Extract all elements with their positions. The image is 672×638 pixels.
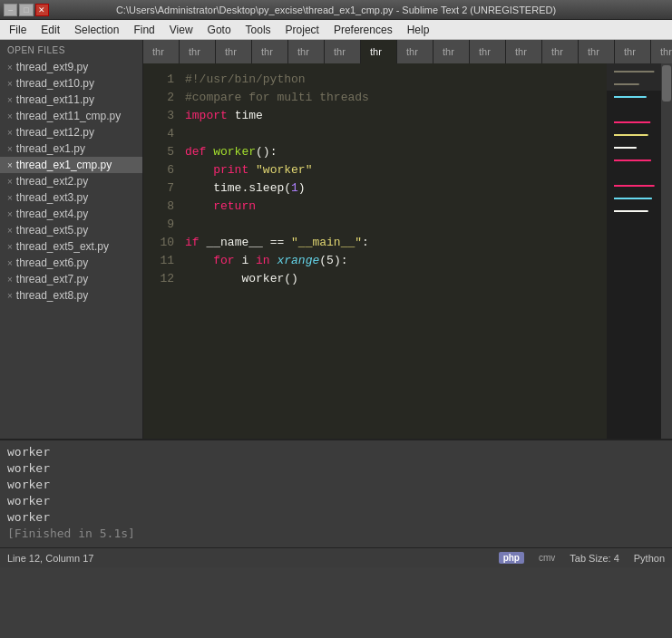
sidebar-file-item[interactable]: ×thread_ext5_ext.py — [0, 238, 142, 255]
sidebar-file-item[interactable]: ×thread_ext8.py — [0, 287, 142, 304]
editor-tab[interactable]: thr — [433, 40, 470, 63]
terminal-lines: workerworkerworkerworkerworker — [7, 444, 665, 526]
file-close-icon[interactable]: × — [7, 226, 13, 236]
sidebar-file-item[interactable]: ×thread_ext11.py — [0, 92, 142, 108]
terminal-line: worker — [7, 444, 665, 460]
file-name: thread_ext8.py — [16, 289, 88, 302]
file-name: thread_ext5.py — [16, 224, 88, 237]
terminal-output: workerworkerworkerworkerworker [Finished… — [0, 439, 672, 547]
maximize-button[interactable]: □ — [19, 4, 33, 16]
menu-view[interactable]: View — [162, 22, 200, 38]
minimap — [607, 63, 661, 439]
editor-tab[interactable]: thr — [325, 40, 361, 63]
file-close-icon[interactable]: × — [7, 144, 13, 154]
menu-tools[interactable]: Tools — [239, 22, 278, 38]
close-button[interactable]: ✕ — [35, 4, 49, 16]
editor-tab[interactable]: thr — [361, 40, 397, 63]
file-name: thread_ex1.py — [16, 142, 85, 155]
file-close-icon[interactable]: × — [7, 291, 13, 301]
code-content[interactable]: #!/usr/bin/python #compare for multi thr… — [178, 63, 607, 439]
cmv-badge: cmv — [539, 553, 555, 563]
file-name: thread_ext7.py — [16, 273, 88, 285]
sidebar-file-item[interactable]: ×thread_ext12.py — [0, 124, 142, 140]
editor-tab[interactable]: thr — [506, 40, 542, 63]
file-name: thread_ext3.py — [16, 191, 88, 204]
language: Python — [634, 553, 665, 564]
menu-find[interactable]: Find — [126, 22, 161, 38]
file-close-icon[interactable]: × — [7, 193, 13, 203]
sidebar-file-item[interactable]: ×thread_ext10.py — [0, 75, 142, 92]
file-name: thread_ext11.py — [16, 93, 94, 106]
cursor-position: Line 12, Column 17 — [7, 553, 93, 564]
file-close-icon[interactable]: × — [7, 209, 13, 219]
sidebar-file-item[interactable]: ×thread_ext4.py — [0, 206, 142, 222]
menu-help[interactable]: Help — [400, 22, 437, 38]
menu-project[interactable]: Project — [278, 22, 326, 38]
file-close-icon[interactable]: × — [7, 177, 13, 187]
status-bar: Line 12, Column 17 php cmv Tab Size: 4 P… — [0, 547, 672, 567]
terminal-line: worker — [7, 477, 665, 493]
sidebar-file-item[interactable]: ×thread_ext2.py — [0, 173, 142, 189]
file-name: thread_ex1_cmp.py — [16, 159, 112, 171]
sidebar-file-item[interactable]: ×thread_ex1_cmp.py — [0, 157, 142, 173]
editor-tab[interactable]: thr — [579, 40, 615, 63]
file-name: thread_ext10.py — [16, 77, 94, 90]
open-files-label: OPEN FILES — [0, 40, 142, 59]
file-name: thread_ext9.py — [16, 61, 88, 73]
file-name: thread_ext6.py — [16, 256, 88, 269]
minimize-button[interactable]: – — [4, 4, 17, 16]
editor-tab[interactable]: thr — [180, 40, 216, 63]
terminal-finished: [Finished in 5.1s] — [7, 526, 665, 542]
editor-tab[interactable]: thr — [615, 40, 651, 63]
editor-tab[interactable]: thr — [216, 40, 252, 63]
sidebar-file-item[interactable]: ×thread_ext7.py — [0, 271, 142, 287]
sidebar-file-item[interactable]: ×thread_ext5.py — [0, 222, 142, 238]
line-numbers: 123456789101112 — [143, 63, 178, 439]
file-close-icon[interactable]: × — [7, 275, 13, 285]
sidebar: OPEN FILES ×thread_ext9.py×thread_ext10.… — [0, 40, 143, 439]
file-close-icon[interactable]: × — [7, 160, 13, 170]
main-layout: OPEN FILES ×thread_ext9.py×thread_ext10.… — [0, 40, 672, 547]
menu-preferences[interactable]: Preferences — [326, 22, 400, 38]
sidebar-file-item[interactable]: ×thread_ext6.py — [0, 255, 142, 271]
menu-file[interactable]: File — [2, 22, 34, 38]
file-close-icon[interactable]: × — [7, 242, 13, 252]
file-close-icon[interactable]: × — [7, 63, 13, 72]
editor-area: OPEN FILES ×thread_ext9.py×thread_ext10.… — [0, 40, 672, 439]
menu-edit[interactable]: Edit — [34, 22, 67, 38]
menu-selection[interactable]: Selection — [67, 22, 126, 38]
file-name: thread_ext5_ext.py — [16, 240, 109, 253]
editor-tab[interactable]: thr — [542, 40, 579, 63]
tabs-list: thrthrthrthrthrthrthrthrthrthrthrthrthrt… — [143, 40, 672, 63]
file-close-icon[interactable]: × — [7, 79, 13, 89]
file-close-icon[interactable]: × — [7, 128, 13, 138]
file-close-icon[interactable]: × — [7, 111, 13, 121]
file-close-icon[interactable]: × — [7, 95, 13, 105]
editor-tab[interactable]: thr — [470, 40, 506, 63]
file-name: thread_ext4.py — [16, 208, 88, 220]
file-close-icon[interactable]: × — [7, 258, 13, 268]
tabs-bar: thrthrthrthrthrthrthrthrthrthrthrthrthrt… — [143, 40, 672, 63]
editor-tab[interactable]: thr — [252, 40, 288, 63]
sidebar-file-item[interactable]: ×thread_ext3.py — [0, 189, 142, 206]
title-bar: – □ ✕ C:\Users\Administrator\Desktop\py_… — [0, 0, 672, 20]
sidebar-file-item[interactable]: ×thread_ex1.py — [0, 140, 142, 157]
editor-main[interactable]: 123456789101112 #!/usr/bin/python #compa… — [143, 63, 672, 439]
vertical-scrollbar[interactable] — [661, 63, 672, 439]
file-list: ×thread_ext9.py×thread_ext10.py×thread_e… — [0, 59, 142, 304]
editor-tab[interactable]: thr — [397, 40, 433, 63]
php-badge: php — [499, 552, 524, 564]
editor-container: thrthrthrthrthrthrthrthrthrthrthrthrthrt… — [143, 40, 672, 439]
terminal-line: worker — [7, 493, 665, 509]
menu-goto[interactable]: Goto — [200, 22, 239, 38]
editor-tab[interactable]: thr — [288, 40, 325, 63]
terminal-line: worker — [7, 460, 665, 477]
file-name: thread_ext11_cmp.py — [16, 110, 121, 122]
editor-tab[interactable]: thr — [143, 40, 180, 63]
editor-tab[interactable]: thr — [651, 40, 672, 63]
terminal-line: worker — [7, 509, 665, 526]
sidebar-file-item[interactable]: ×thread_ext11_cmp.py — [0, 108, 142, 124]
sidebar-file-item[interactable]: ×thread_ext9.py — [0, 59, 142, 75]
menu-bar: File Edit Selection Find View Goto Tools… — [0, 20, 672, 40]
file-name: thread_ext12.py — [16, 126, 94, 139]
